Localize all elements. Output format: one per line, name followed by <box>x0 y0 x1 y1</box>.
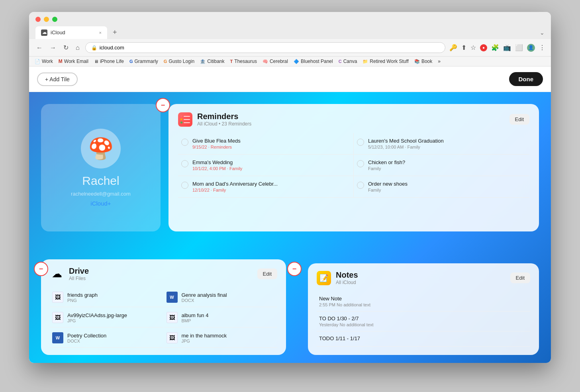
menu-icon[interactable]: ⋮ <box>539 44 545 51</box>
note-title-1: TO DO 1/30 - 2/7 <box>319 316 528 321</box>
bookmark-grammarly[interactable]: G Grammarly <box>129 59 158 64</box>
tab-bar: ☁ iCloud × + ⌄ <box>35 26 545 39</box>
close-button[interactable] <box>35 17 41 22</box>
maximize-button[interactable] <box>52 17 57 22</box>
file-name-2: Av99yizCIAAdss.jpg-large <box>67 312 127 318</box>
remove-notes-button[interactable]: − <box>287 262 302 276</box>
reminders-title-group: Reminders All iCloud • 23 Reminders <box>178 112 251 127</box>
bookmark-citibank[interactable]: 🏦 Citibank <box>200 59 224 64</box>
bookmark-canva[interactable]: C Canva <box>339 59 357 64</box>
reminder-text-3: Chicken or fish? <box>368 159 405 165</box>
reminders-tile: Reminders All iCloud • 23 Reminders Edit… <box>169 104 539 231</box>
reminder-date-4: 12/10/22 · Family <box>192 188 278 192</box>
remove-drive-button[interactable]: − <box>34 262 48 276</box>
file-item-4: W Poetry Collection DOCX <box>50 328 163 348</box>
file-type-5: JPG <box>182 339 227 343</box>
minimize-button[interactable] <box>44 17 49 22</box>
extension-icon[interactable]: 🧩 <box>491 44 499 51</box>
bookmark-icon[interactable]: ☆ <box>470 44 476 51</box>
notes-title-group: 📝 Notes All iCloud <box>317 270 358 285</box>
reminder-check-5[interactable] <box>357 182 364 189</box>
new-tab-button[interactable]: + <box>110 26 120 39</box>
reminder-date-3: Family <box>368 166 405 171</box>
reminder-date-5: Family <box>368 188 408 192</box>
reminder-item-0: Give Blue Flea Meds 9/15/22 · Reminders <box>178 133 354 155</box>
bookmark-thesaurus[interactable]: T Thesaurus <box>230 59 257 64</box>
reminder-check-4[interactable] <box>181 182 188 189</box>
reminders-edit-button[interactable]: Edit <box>509 114 529 125</box>
bookmark-more-label: » <box>438 59 441 64</box>
reminder-check-2[interactable] <box>181 160 188 167</box>
bookmark-more[interactable]: » <box>438 59 441 64</box>
bookmark-work[interactable]: 📄 Work <box>35 59 53 64</box>
bookmark-book[interactable]: 📚 Book <box>414 59 432 64</box>
reminders-grid: Give Blue Flea Meds 9/15/22 · Reminders … <box>178 133 529 198</box>
drive-title: Drive <box>69 267 89 276</box>
bookmark-bluehost-icon: 🔷 <box>294 59 299 64</box>
file-item-3: 🖼 album fun 4 BMP <box>164 308 278 327</box>
done-button[interactable]: Done <box>509 72 543 86</box>
notes-edit-button[interactable]: Edit <box>510 272 530 283</box>
reminder-item-4: Mom and Dad's Anniversary Celebr... 12/1… <box>178 176 354 198</box>
key-icon[interactable]: 🔑 <box>449 44 457 51</box>
reminder-item-3: Chicken or fish? Family <box>354 155 529 176</box>
tab-close-button[interactable]: × <box>99 30 102 35</box>
reminder-check-3[interactable] <box>357 160 364 167</box>
tab-chevron-icon[interactable]: ⌄ <box>540 29 545 36</box>
opera-icon[interactable]: ● <box>480 44 487 51</box>
notes-subtitle: All iCloud <box>336 280 358 285</box>
profile-icon[interactable]: 👤 <box>527 44 535 52</box>
bookmark-iphonelife-icon: 🖥 <box>94 59 98 64</box>
bookmark-cerebral[interactable]: 🧠 Cerebral <box>263 59 288 64</box>
note-item-1: TO DO 1/30 - 2/7 Yesterday No additional… <box>317 312 530 331</box>
bookmark-retired-work[interactable]: 📁 Retired Work Stuff <box>362 59 409 64</box>
active-tab[interactable]: ☁ iCloud × <box>35 26 107 39</box>
drive-tile: ☁ Drive All Files Edit 🖼 friends graph <box>41 259 286 355</box>
reminders-subtitle: All iCloud • 23 Reminders <box>197 121 251 127</box>
bookmark-grammarly-label: Grammarly <box>135 59 158 64</box>
drive-edit-button[interactable]: Edit <box>257 269 277 279</box>
browser-toolbar-icons: 🔑 ⬆ ☆ ● 🧩 📺 ⬜ 👤 ⋮ <box>449 44 545 52</box>
bookmark-gusto[interactable]: G Gusto Login <box>164 59 194 64</box>
remove-reminders-button[interactable]: − <box>156 98 170 112</box>
file-icon-0: 🖼 <box>52 292 63 303</box>
lock-icon: 🔒 <box>91 45 97 51</box>
reminder-text-4: Mom and Dad's Anniversary Celebr... <box>192 181 278 187</box>
file-type-1: DOCX <box>182 298 227 303</box>
bookmark-iphone-life[interactable]: 🖥 iPhone Life <box>94 59 124 64</box>
address-field[interactable]: 🔒 icloud.com <box>85 42 445 53</box>
page-content: + Add Tile Done 🍄 Rachel rachelneedell@g… <box>29 67 551 363</box>
file-type-3: BMP <box>182 318 209 323</box>
reload-button[interactable]: ↻ <box>62 43 70 52</box>
profile-email: rachelneedell@gmail.com <box>71 191 131 197</box>
add-tile-button[interactable]: + Add Tile <box>37 73 78 86</box>
split-icon[interactable]: ⬜ <box>515 44 523 51</box>
reminder-check-0[interactable] <box>181 139 188 146</box>
bookmark-bluehost[interactable]: 🔷 Bluehost Panel <box>294 59 333 64</box>
cast-icon[interactable]: 📺 <box>503 44 511 51</box>
bookmark-work-icon: 📄 <box>35 59 40 64</box>
forward-button[interactable]: → <box>48 43 58 52</box>
file-name-5: me in the hammock <box>182 333 227 339</box>
notepad-icon: 📝 <box>319 274 328 282</box>
tab-favicon: ☁ <box>41 29 47 36</box>
bookmark-cerebral-icon: 🧠 <box>263 59 268 64</box>
bookmarks-bar: 📄 Work M Work Email 🖥 iPhone Life G Gram… <box>29 57 551 67</box>
bookmark-retired-icon: 📁 <box>362 59 368 64</box>
reminder-text-2: Emma's Wedding <box>192 159 242 165</box>
reminder-text-0: Give Blue Flea Meds <box>192 138 241 144</box>
file-item-0: 🖼 friends graph PNG <box>50 288 163 307</box>
bookmark-book-icon: 📚 <box>414 59 420 64</box>
share-icon[interactable]: ⬆ <box>461 44 466 51</box>
reminder-text-1: Lauren's Med School Graduation <box>368 138 444 144</box>
home-button[interactable]: ⌂ <box>74 43 81 52</box>
file-type-4: DOCX <box>67 339 106 343</box>
file-icon-1: W <box>167 292 178 303</box>
profile-name: Rachel <box>82 174 119 188</box>
back-button[interactable]: ← <box>35 43 44 52</box>
avatar: 🍄 <box>81 129 121 169</box>
notes-list: New Note 2:55 PM No additional text TO D… <box>317 292 530 347</box>
drive-subtitle: All Files <box>69 276 89 281</box>
bookmark-work-email[interactable]: M Work Email <box>59 59 88 64</box>
reminder-check-1[interactable] <box>357 139 364 146</box>
